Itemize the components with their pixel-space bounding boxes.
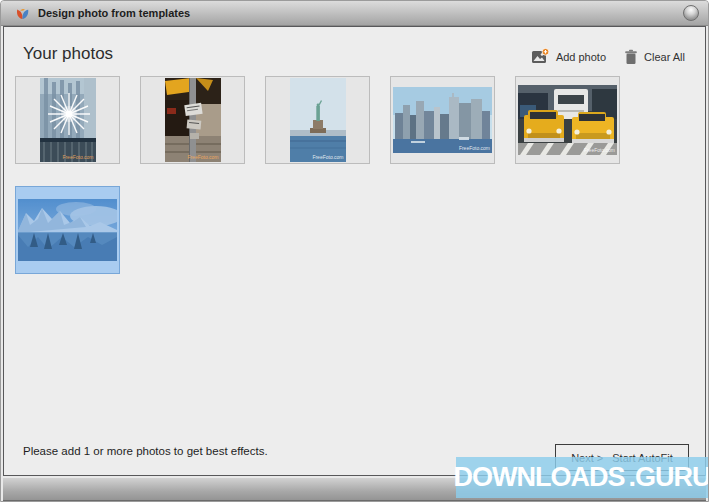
window-bottom-frame — [3, 477, 706, 501]
app-window: Design photo from templates Your photos … — [0, 0, 709, 502]
add-photo-icon — [531, 48, 550, 65]
close-button[interactable] — [683, 5, 699, 21]
selection-overlay — [18, 199, 117, 261]
header-actions: Add photo Clear All — [531, 48, 685, 65]
photo-grid: FreeFoto.com — [15, 76, 655, 274]
photo-thumbnail-taxis[interactable]: FreeFoto.com — [515, 76, 620, 164]
next-button-label[interactable]: Next > — [571, 452, 603, 464]
page-title: Your photos — [23, 44, 113, 64]
photo-image: FreeFoto.com — [290, 78, 346, 162]
photo-watermark: FreeFoto.com — [62, 155, 93, 160]
app-logo-icon — [14, 5, 31, 22]
window-title: Design photo from templates — [38, 7, 190, 19]
photo-watermark: FreeFoto.com — [312, 155, 343, 160]
photo-image: FreeFoto.com — [393, 87, 492, 153]
photo-watermark: FreeFoto.com — [584, 148, 615, 153]
photo-watermark: FreeFoto.com — [459, 146, 490, 151]
status-message: Please add 1 or more photos to get best … — [23, 445, 268, 457]
photo-thumbnail-starburst[interactable]: FreeFoto.com — [15, 76, 120, 164]
add-photo-button[interactable]: Add photo — [531, 48, 606, 65]
titlebar: Design photo from templates — [1, 1, 708, 26]
photo-image: FreeFoto.com — [165, 78, 221, 162]
content-area: Your photos Add photo Clear All — [3, 26, 706, 476]
next-start-autofit-button[interactable]: Next > Start AutoFit — [555, 444, 689, 471]
add-photo-label: Add photo — [556, 51, 606, 63]
photo-watermark: FreeFoto.com — [187, 155, 218, 160]
photo-image: FreeFoto.com — [518, 85, 617, 155]
start-autofit-label[interactable]: Start AutoFit — [612, 452, 673, 464]
photo-image — [18, 199, 117, 261]
photo-image: FreeFoto.com — [40, 78, 96, 162]
photo-thumbnail-street-sign[interactable]: FreeFoto.com — [140, 76, 245, 164]
trash-icon — [624, 49, 638, 65]
photo-thumbnail-skyline[interactable]: FreeFoto.com — [390, 76, 495, 164]
photo-thumbnail-mountain-lake-selected[interactable] — [15, 186, 120, 274]
photo-thumbnail-statue[interactable]: FreeFoto.com — [265, 76, 370, 164]
clear-all-label: Clear All — [644, 51, 685, 63]
clear-all-button[interactable]: Clear All — [624, 48, 685, 65]
